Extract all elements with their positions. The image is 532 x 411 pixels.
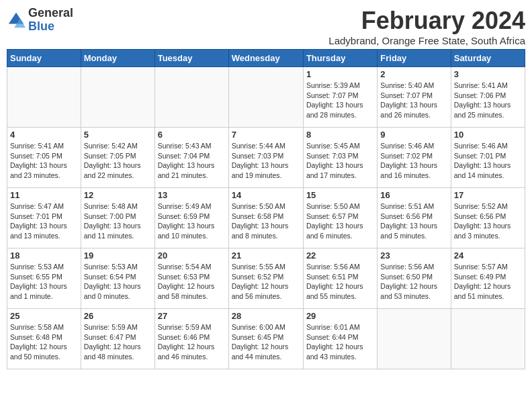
day-number: 24 [454,250,522,261]
calendar-cell [228,67,303,128]
calendar-cell: 25Sunrise: 5:58 AMSunset: 6:48 PMDayligh… [7,309,81,369]
logo: General Blue [7,7,73,34]
calendar-cell: 6Sunrise: 5:43 AMSunset: 7:04 PMDaylight… [154,128,228,188]
day-number: 4 [10,130,78,140]
logo-text: General Blue [28,7,73,34]
calendar-cell: 14Sunrise: 5:50 AMSunset: 6:58 PMDayligh… [228,188,303,248]
calendar-cell: 17Sunrise: 5:52 AMSunset: 6:56 PMDayligh… [451,188,525,248]
calendar-cell: 19Sunrise: 5:53 AMSunset: 6:54 PMDayligh… [81,248,154,309]
header-monday: Monday [81,50,154,67]
calendar-cell [451,309,525,369]
title-block: February 2024 Ladybrand, Orange Free Sta… [328,7,525,46]
day-number: 22 [306,250,374,261]
header-sunday: Sunday [7,50,81,67]
day-number: 8 [306,130,374,140]
day-number: 28 [232,311,300,321]
day-info: Sunrise: 5:59 AMSunset: 6:46 PMDaylight:… [158,322,226,362]
day-info: Sunrise: 5:49 AMSunset: 6:59 PMDaylight:… [158,201,226,241]
calendar-cell: 8Sunrise: 5:45 AMSunset: 7:03 PMDaylight… [303,128,377,188]
day-number: 23 [380,250,447,261]
page-header: General Blue February 2024 Ladybrand, Or… [7,7,525,46]
day-number: 15 [306,190,374,200]
calendar-cell: 15Sunrise: 5:50 AMSunset: 6:57 PMDayligh… [303,188,377,248]
calendar-cell: 24Sunrise: 5:57 AMSunset: 6:49 PMDayligh… [451,248,525,309]
day-number: 17 [454,190,522,200]
calendar-cell: 10Sunrise: 5:46 AMSunset: 7:01 PMDayligh… [451,128,525,188]
calendar-cell: 7Sunrise: 5:44 AMSunset: 7:03 PMDaylight… [228,128,303,188]
day-number: 7 [232,130,300,140]
calendar-cell [154,67,228,128]
day-info: Sunrise: 5:50 AMSunset: 6:57 PMDaylight:… [306,201,374,241]
day-number: 29 [306,311,374,321]
day-number: 27 [158,311,226,321]
day-info: Sunrise: 6:01 AMSunset: 6:44 PMDaylight:… [306,322,374,362]
header-friday: Friday [378,50,451,67]
calendar-header: SundayMondayTuesdayWednesdayThursdayFrid… [7,50,525,67]
day-info: Sunrise: 5:55 AMSunset: 6:52 PMDaylight:… [232,262,300,302]
calendar-week-row: 1Sunrise: 5:39 AMSunset: 7:07 PMDaylight… [7,67,525,128]
header-thursday: Thursday [303,50,377,67]
calendar-cell: 3Sunrise: 5:41 AMSunset: 7:06 PMDaylight… [451,67,525,128]
day-info: Sunrise: 5:50 AMSunset: 6:58 PMDaylight:… [232,201,300,241]
calendar-cell: 1Sunrise: 5:39 AMSunset: 7:07 PMDaylight… [303,67,377,128]
calendar-cell: 5Sunrise: 5:42 AMSunset: 7:05 PMDaylight… [81,128,154,188]
day-number: 2 [380,69,447,79]
day-info: Sunrise: 5:52 AMSunset: 6:56 PMDaylight:… [454,201,522,241]
day-info: Sunrise: 5:41 AMSunset: 7:05 PMDaylight:… [10,141,78,181]
calendar-week-row: 18Sunrise: 5:53 AMSunset: 6:55 PMDayligh… [7,248,525,309]
day-number: 26 [84,311,152,321]
day-info: Sunrise: 5:58 AMSunset: 6:48 PMDaylight:… [10,322,78,362]
calendar-week-row: 11Sunrise: 5:47 AMSunset: 7:01 PMDayligh… [7,188,525,248]
calendar-cell: 12Sunrise: 5:48 AMSunset: 7:00 PMDayligh… [81,188,154,248]
calendar-cell: 11Sunrise: 5:47 AMSunset: 7:01 PMDayligh… [7,188,81,248]
days-header-row: SundayMondayTuesdayWednesdayThursdayFrid… [7,50,525,67]
day-number: 5 [84,130,152,140]
day-number: 3 [454,69,522,79]
calendar-cell: 22Sunrise: 5:56 AMSunset: 6:51 PMDayligh… [303,248,377,309]
day-number: 13 [158,190,226,200]
day-number: 21 [232,250,300,261]
calendar-cell: 27Sunrise: 5:59 AMSunset: 6:46 PMDayligh… [154,309,228,369]
calendar-cell: 29Sunrise: 6:01 AMSunset: 6:44 PMDayligh… [303,309,377,369]
day-number: 14 [232,190,300,200]
day-info: Sunrise: 5:41 AMSunset: 7:06 PMDaylight:… [454,81,522,120]
calendar-subtitle: Ladybrand, Orange Free State, South Afri… [328,35,525,46]
calendar-cell: 23Sunrise: 5:56 AMSunset: 6:50 PMDayligh… [378,248,451,309]
day-number: 16 [380,190,447,200]
day-info: Sunrise: 5:46 AMSunset: 7:02 PMDaylight:… [380,141,447,181]
day-number: 9 [380,130,447,140]
logo-icon [7,11,26,30]
calendar-cell [378,309,451,369]
calendar-cell: 21Sunrise: 5:55 AMSunset: 6:52 PMDayligh… [228,248,303,309]
calendar-body: 1Sunrise: 5:39 AMSunset: 7:07 PMDaylight… [7,67,525,369]
day-info: Sunrise: 5:42 AMSunset: 7:05 PMDaylight:… [84,141,152,181]
calendar-title: February 2024 [328,7,525,35]
day-info: Sunrise: 5:53 AMSunset: 6:55 PMDaylight:… [10,262,78,302]
calendar-cell: 28Sunrise: 6:00 AMSunset: 6:45 PMDayligh… [228,309,303,369]
logo-general-label: General [28,7,73,20]
day-number: 1 [306,69,374,79]
calendar-week-row: 25Sunrise: 5:58 AMSunset: 6:48 PMDayligh… [7,309,525,369]
header-wednesday: Wednesday [228,50,303,67]
day-info: Sunrise: 6:00 AMSunset: 6:45 PMDaylight:… [232,322,300,362]
day-number: 6 [158,130,226,140]
day-info: Sunrise: 5:46 AMSunset: 7:01 PMDaylight:… [454,141,522,181]
day-info: Sunrise: 5:51 AMSunset: 6:56 PMDaylight:… [380,201,447,241]
day-number: 10 [454,130,522,140]
calendar-cell [81,67,154,128]
day-number: 12 [84,190,152,200]
header-saturday: Saturday [451,50,525,67]
day-info: Sunrise: 5:56 AMSunset: 6:51 PMDaylight:… [306,262,374,302]
calendar-cell: 4Sunrise: 5:41 AMSunset: 7:05 PMDaylight… [7,128,81,188]
day-info: Sunrise: 5:48 AMSunset: 7:00 PMDaylight:… [84,201,152,241]
day-number: 20 [158,250,226,261]
logo-blue-label: Blue [28,20,73,34]
calendar-cell: 26Sunrise: 5:59 AMSunset: 6:47 PMDayligh… [81,309,154,369]
day-info: Sunrise: 5:44 AMSunset: 7:03 PMDaylight:… [232,141,300,181]
header-tuesday: Tuesday [154,50,228,67]
calendar-week-row: 4Sunrise: 5:41 AMSunset: 7:05 PMDaylight… [7,128,525,188]
day-number: 18 [10,250,78,261]
day-info: Sunrise: 5:40 AMSunset: 7:07 PMDaylight:… [380,81,447,120]
day-info: Sunrise: 5:45 AMSunset: 7:03 PMDaylight:… [306,141,374,181]
day-info: Sunrise: 5:59 AMSunset: 6:47 PMDaylight:… [84,322,152,362]
